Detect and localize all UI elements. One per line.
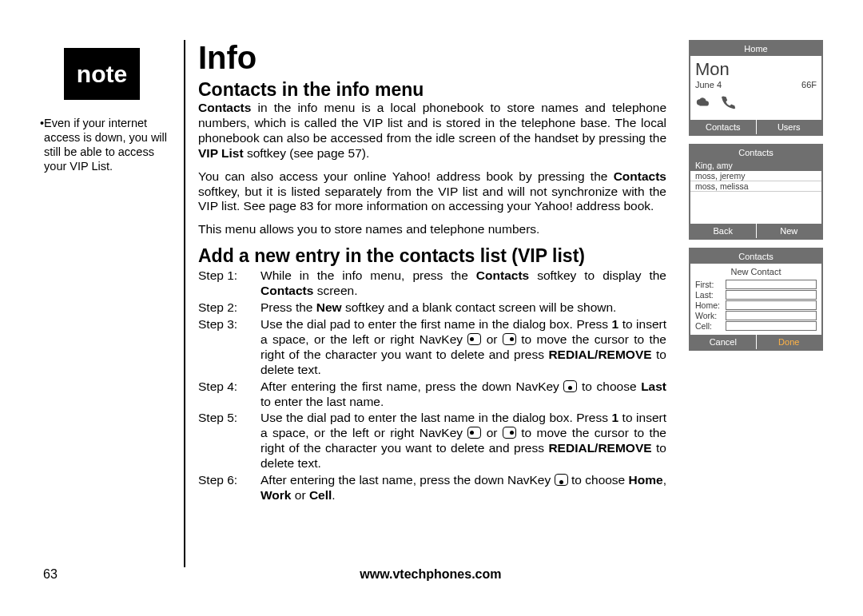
page-number: 63 — [43, 567, 58, 582]
content-row: note • Even if your internet access is d… — [40, 40, 823, 567]
section-heading-contacts: Contacts in the info menu — [198, 79, 666, 101]
phone-screenshots-column: Home Mon June 4 66F — [678, 40, 823, 567]
field-first — [726, 280, 817, 289]
phone3-softkey-done: Done — [757, 335, 822, 349]
step-1: Step 1: While in the info menu, press th… — [198, 268, 666, 299]
field-last — [726, 290, 817, 300]
navkey-left-icon — [467, 427, 481, 439]
step-6: Step 6: After entering the last name, pr… — [198, 473, 666, 503]
step-3: Step 3: Use the dial pad to enter the fi… — [198, 317, 666, 378]
phone2-softkey-back: Back — [690, 224, 757, 238]
manual-page: note • Even if your internet access is d… — [40, 40, 823, 575]
note-bullet-text: Even if your internet access is down, yo… — [44, 116, 176, 174]
step-4: Step 4: After entering the first name, p… — [198, 380, 666, 410]
phone3-title: New Contact — [695, 267, 817, 276]
handset-icon — [719, 94, 737, 110]
bold-contacts: Contacts — [198, 101, 251, 114]
footer-url: www.vtechphones.com — [360, 567, 501, 582]
phone1-date: June 4 — [695, 80, 722, 89]
phone1-softkey-contacts: Contacts — [690, 120, 757, 134]
paragraph-3: This menu allows you to store names and … — [198, 222, 666, 237]
steps-list: Step 1: While in the info menu, press th… — [198, 268, 666, 503]
field-home — [726, 300, 817, 310]
phone-contacts-list: Contacts King, amy moss, jeremy moss, me… — [689, 144, 823, 240]
phone1-header: Home — [690, 42, 821, 56]
navkey-right-icon — [503, 333, 516, 345]
page-footer: 63 www.vtechphones.com — [40, 567, 823, 582]
step-5: Step 5: Use the dial pad to enter the la… — [198, 411, 666, 471]
phone2-item: moss, jeremy — [690, 171, 821, 181]
vertical-divider — [184, 40, 185, 567]
phone-home-screen: Home Mon June 4 66F — [689, 40, 823, 136]
navkey-left-icon — [467, 333, 481, 345]
navkey-down-icon — [563, 380, 577, 392]
phone-new-contact: Contacts New Contact First: Last: Home: … — [689, 248, 823, 351]
phone3-softkey-cancel: Cancel — [690, 335, 757, 349]
phone2-item: moss, melissa — [690, 181, 821, 192]
paragraph-2: You can also access your online Yahoo! a… — [198, 169, 666, 215]
phone1-day: Mon — [695, 59, 817, 80]
note-sidebar: note • Even if your internet access is d… — [40, 40, 184, 567]
phone1-temp: 66F — [801, 80, 817, 89]
phone2-selected: King, amy — [690, 160, 821, 171]
weather-icon — [695, 94, 713, 110]
phone2-header: Contacts — [690, 145, 821, 160]
note-label-box: note — [64, 48, 140, 100]
note-bullet: • Even if your internet access is down, … — [40, 116, 176, 174]
section-heading-add-entry: Add a new entry in the contacts list (VI… — [198, 245, 666, 267]
navkey-right-icon — [503, 427, 516, 439]
phone3-header: Contacts — [690, 249, 821, 264]
phone2-softkey-new: New — [757, 224, 822, 238]
phone1-softkey-users: Users — [757, 120, 822, 134]
step-2: Step 2: Press the New softkey and a blan… — [198, 300, 666, 316]
page-title: Info — [198, 40, 666, 76]
main-column: Info Contacts in the info menu Contacts … — [198, 40, 678, 567]
bold-viplist: VIP List — [198, 146, 244, 160]
navkey-down-icon — [555, 474, 568, 486]
field-work — [726, 311, 817, 320]
field-cell — [726, 321, 817, 331]
paragraph-1: Contacts in the info menu is a local pho… — [198, 101, 666, 161]
note-label: note — [77, 61, 127, 88]
